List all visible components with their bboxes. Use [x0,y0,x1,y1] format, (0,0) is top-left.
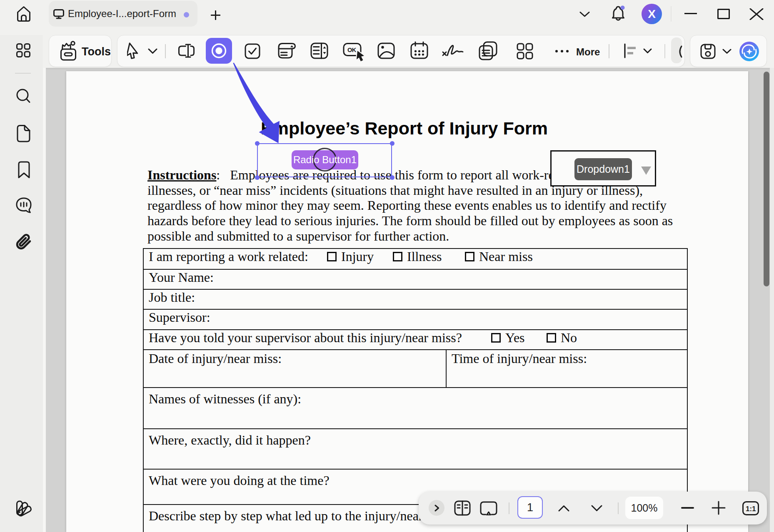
svg-text:1:1: 1:1 [746,505,756,513]
svg-text:OK: OK [347,47,357,53]
